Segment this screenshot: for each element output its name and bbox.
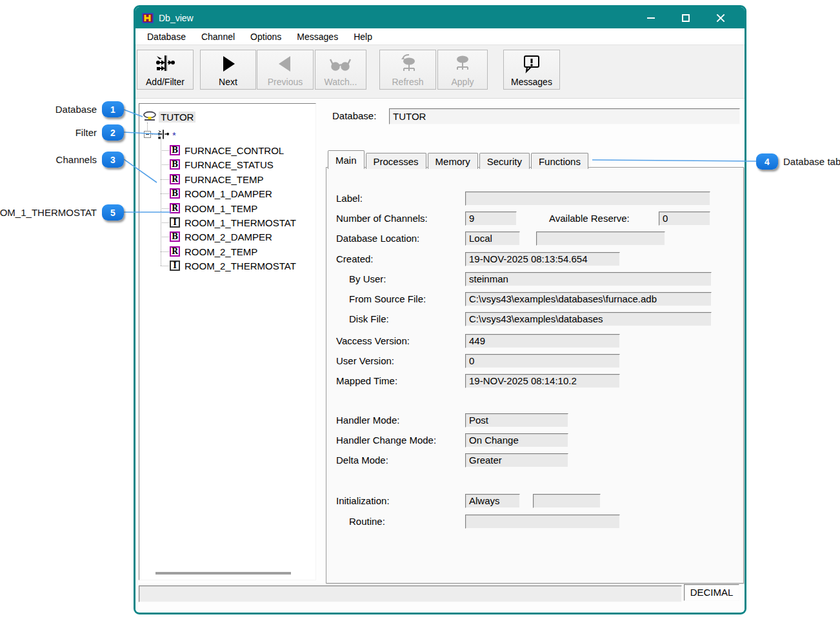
- refresh-icon: [396, 50, 419, 77]
- filter-icon: [157, 129, 170, 141]
- database-location-value-field[interactable]: [536, 231, 665, 246]
- window-title: Db_view: [159, 13, 194, 23]
- tab-security[interactable]: Security: [479, 153, 530, 169]
- tree-filter-node[interactable]: *: [157, 128, 176, 141]
- callout-badge-3: 3: [102, 152, 124, 168]
- field-label-secondary: Available Reserve:: [549, 211, 630, 226]
- form-row-by-user: By User:steinman: [326, 272, 743, 286]
- toolbar: Add/FilterNextPreviousWatch...RefreshApp…: [135, 45, 745, 99]
- maximize-icon: [682, 14, 690, 22]
- channel-type-icon-r: R: [170, 246, 180, 257]
- user-version-value-field[interactable]: 0: [465, 354, 620, 368]
- channel-name: FURNACE_STATUS: [185, 159, 274, 170]
- menu-item-messages[interactable]: Messages: [290, 30, 345, 44]
- handler-mode-value-field[interactable]: Post: [465, 413, 568, 427]
- tree-item-furnace-temp[interactable]: RFURNACE_TEMP: [170, 173, 316, 186]
- number-of-channels-value-field[interactable]: 9: [465, 211, 517, 226]
- maximize-button[interactable]: [676, 10, 695, 26]
- tree-connector: [161, 164, 169, 165]
- tree-connector: [161, 266, 169, 266]
- callout-label-text: Filter: [75, 127, 97, 138]
- callout-channels: Channels3: [56, 152, 124, 168]
- app-window: Db_view DatabaseChannelOptionsMessagesHe…: [134, 5, 746, 614]
- tree-item-room-2-damper[interactable]: BROOM_2_DAMPER: [170, 230, 316, 243]
- form-row-disk-file: Disk File:C:\vsys43\examples\databases: [326, 312, 743, 326]
- form-row-database-location: Database Location:Local: [326, 231, 743, 246]
- close-button[interactable]: [711, 10, 730, 26]
- minimize-button[interactable]: [641, 10, 661, 26]
- page: Db_view DatabaseChannelOptionsMessagesHe…: [0, 0, 840, 619]
- menu-item-database[interactable]: Database: [141, 30, 192, 44]
- tab-main[interactable]: Main: [328, 150, 365, 169]
- routine-value-field[interactable]: [465, 515, 620, 529]
- tree-item-room-1-damper[interactable]: BROOM_1_DAMPER: [170, 187, 316, 200]
- title-bar[interactable]: Db_view: [135, 7, 745, 28]
- status-message-field: [139, 585, 682, 602]
- initialization-value-field[interactable]: Always: [465, 494, 520, 508]
- tree-horizontal-scrollbar[interactable]: [155, 572, 291, 575]
- status-mode-indicator[interactable]: DECIMAL: [684, 584, 739, 601]
- form-row-from-source-file: From Source File:C:\vsys43\examples\data…: [326, 292, 743, 306]
- database-name-field[interactable]: TUTOR: [389, 108, 740, 124]
- tree-connector: [161, 193, 169, 194]
- tree-connector: [147, 123, 148, 132]
- channel-name: ROOM_1_THERMOSTAT: [185, 217, 296, 228]
- by-user-value-field[interactable]: steinman: [465, 272, 712, 286]
- app-icon: [142, 13, 154, 23]
- tree-root-label: TUTOR: [159, 112, 195, 123]
- channel-type-icon-r: R: [170, 174, 180, 184]
- toolbar-button-watch[interactable]: Watch...: [315, 50, 366, 90]
- handler-change-mode-value-field[interactable]: On Change: [465, 433, 568, 447]
- toolbar-button-add-filter[interactable]: Add/Filter: [137, 50, 194, 90]
- number-of-channels-value-field[interactable]: 0: [659, 211, 710, 226]
- tree-item-room-2-temp[interactable]: RROOM_2_TEMP: [170, 245, 316, 258]
- toolbar-button-label: Add/Filter: [146, 77, 185, 88]
- watch-icon: [329, 50, 352, 77]
- disk-file-value-field[interactable]: C:\vsys43\examples\databases: [465, 312, 712, 326]
- tree-item-room-1-temp[interactable]: RROOM_1_TEMP: [170, 202, 316, 215]
- toolbar-button-next[interactable]: Next: [200, 50, 256, 90]
- created-value-field[interactable]: 19-NOV-2025 08:13:54.654: [465, 252, 620, 266]
- tree-item-room-1-thermostat[interactable]: IROOM_1_THERMOSTAT: [170, 216, 316, 229]
- toolbar-button-apply[interactable]: Apply: [437, 50, 488, 90]
- tree-connector: [161, 251, 169, 252]
- from-source-file-value-field[interactable]: C:\vsys43\examples\databases\furnace.adb: [465, 292, 712, 306]
- callout-room-1-thermostat: ROOM_1_THERMOSTAT5: [0, 204, 124, 221]
- mapped-time-value-field[interactable]: 19-NOV-2025 08:14:10.2: [465, 374, 620, 388]
- field-label: Created:: [336, 252, 374, 266]
- tree-item-furnace-status[interactable]: BFURNACE_STATUS: [170, 158, 316, 171]
- database-location-value-field[interactable]: Local: [465, 231, 520, 246]
- channel-name: ROOM_2_THERMOSTAT: [185, 260, 296, 271]
- tree-expand-box[interactable]: [144, 131, 151, 138]
- window-controls: [641, 10, 738, 26]
- field-label: Handler Change Mode:: [336, 433, 436, 447]
- tab-memory[interactable]: Memory: [428, 153, 478, 169]
- channel-type-icon-i: I: [170, 217, 180, 228]
- callout-label-text: ROOM_1_THERMOSTAT: [0, 207, 97, 218]
- tab-processes[interactable]: Processes: [366, 153, 426, 169]
- toolbar-button-refresh[interactable]: Refresh: [379, 50, 436, 90]
- menu-item-channel[interactable]: Channel: [195, 30, 241, 44]
- field-label: Database Location:: [336, 231, 419, 246]
- callout-label-text: Channels: [56, 154, 97, 165]
- channel-tree[interactable]: TUTOR*BFURNACE_CONTROLBFURNACE_STATUSRFU…: [139, 103, 316, 580]
- menu-bar: DatabaseChannelOptionsMessagesHelp: [135, 28, 745, 45]
- field-label: By User:: [349, 272, 386, 286]
- tree-root-database[interactable]: TUTOR: [143, 110, 195, 123]
- field-label: Handler Mode:: [336, 413, 399, 427]
- delta-mode-value-field[interactable]: Greater: [465, 453, 568, 467]
- tab-functions[interactable]: Functions: [531, 153, 588, 169]
- label-value-field[interactable]: [465, 192, 710, 206]
- initialization-value-field[interactable]: [533, 494, 601, 508]
- menu-item-options[interactable]: Options: [244, 30, 288, 44]
- menu-item-help[interactable]: Help: [347, 30, 379, 44]
- form-row-routine: Routine:: [326, 515, 743, 529]
- channel-type-icon-b: B: [170, 145, 180, 155]
- field-label: Vaccess Version:: [336, 334, 410, 348]
- vaccess-version-value-field[interactable]: 449: [465, 334, 620, 348]
- tree-item-room-2-thermostat[interactable]: IROOM_2_THERMOSTAT: [170, 259, 316, 272]
- toolbar-button-messages[interactable]: Messages: [503, 50, 560, 90]
- toolbar-button-label: Refresh: [392, 77, 423, 88]
- toolbar-button-previous[interactable]: Previous: [257, 50, 314, 90]
- tree-item-furnace-control[interactable]: BFURNACE_CONTROL: [170, 144, 316, 157]
